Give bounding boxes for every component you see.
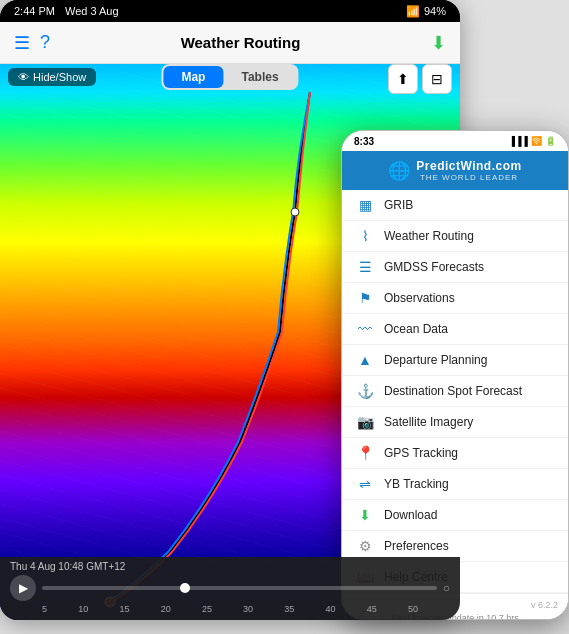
gmdss-label: GMDSS Forecasts — [384, 260, 484, 274]
download-header-icon[interactable]: ⬇ — [431, 32, 446, 54]
menu-item-destination[interactable]: ⚓ Destination Spot Forecast — [342, 376, 568, 407]
header-left-icons: ☰ ? — [14, 32, 50, 54]
battery-phone-icon: 🔋 — [545, 136, 556, 146]
progress-thumb[interactable] — [180, 583, 190, 593]
download-label: Download — [384, 508, 437, 522]
phone-brand: 🌐 PredictWind.com THE WORLD LEADER — [342, 151, 568, 190]
menu-item-grib[interactable]: ▦ GRIB — [342, 190, 568, 221]
menu-item-yb[interactable]: ⇌ YB Tracking — [342, 469, 568, 500]
yb-icon: ⇌ — [356, 476, 374, 492]
phone-status-right: ▐▐▐ 🛜 🔋 — [509, 136, 556, 146]
signal-icon: ▐▐▐ — [509, 136, 528, 146]
gmdss-icon: ☰ — [356, 259, 374, 275]
progress-track[interactable] — [42, 586, 437, 590]
weather-routing-icon: ⌇ — [356, 228, 374, 244]
playback-bar: Thu 4 Aug 10:48 GMT+12 ▶ ○ 5 10 15 20 25… — [0, 557, 460, 620]
departure-icon: ▲ — [356, 352, 374, 368]
wifi-phone-icon: 🛜 — [531, 136, 542, 146]
battery-text: 94% — [424, 5, 446, 17]
phone-statusbar: 8:33 ▐▐▐ 🛜 🔋 — [342, 131, 568, 151]
menu-icon[interactable]: ☰ — [14, 32, 30, 54]
menu-item-weather-routing[interactable]: ⌇ Weather Routing — [342, 221, 568, 252]
yb-label: YB Tracking — [384, 477, 449, 491]
tablet-time: 2:44 PM — [14, 5, 55, 17]
menu-item-satellite[interactable]: 📷 Satellite Imagery — [342, 407, 568, 438]
hide-show-button[interactable]: 👁 Hide/Show — [8, 68, 96, 86]
eye-icon: 👁 — [18, 71, 29, 83]
playback-controls: ▶ ○ — [10, 575, 450, 601]
time-scale: 5 10 15 20 25 30 35 40 45 50 — [10, 604, 450, 614]
tablet-date: Wed 3 Aug — [65, 5, 119, 17]
help-icon[interactable]: ? — [40, 32, 50, 54]
observations-label: Observations — [384, 291, 455, 305]
page-title: Weather Routing — [181, 34, 301, 51]
menu-item-gmdss[interactable]: ☰ GMDSS Forecasts — [342, 252, 568, 283]
satellite-icon: 📷 — [356, 414, 374, 430]
wifi-icon: 📶 — [406, 5, 420, 18]
tables-tab[interactable]: Tables — [223, 66, 296, 88]
tablet-statusbar: 2:44 PM Wed 3 Aug 📶 94% — [0, 0, 460, 22]
loop-icon: ○ — [443, 581, 450, 595]
share-button[interactable]: ⬆ — [388, 64, 418, 94]
observations-icon: ⚑ — [356, 290, 374, 306]
svg-point-0 — [291, 208, 299, 216]
ocean-data-icon: 〰 — [356, 321, 374, 337]
grib-icon: ▦ — [356, 197, 374, 213]
tablet-header: ☰ ? Weather Routing ⬇ — [0, 22, 460, 64]
statusbar-left: 2:44 PM Wed 3 Aug — [14, 5, 119, 17]
brand-name: PredictWind.com — [416, 159, 521, 173]
play-button[interactable]: ▶ — [10, 575, 36, 601]
departure-label: Departure Planning — [384, 353, 487, 367]
brand-globe-icon: 🌐 — [388, 160, 410, 182]
weather-routing-label: Weather Routing — [384, 229, 474, 243]
phone-menu: ▦ GRIB ⌇ Weather Routing ☰ GMDSS Forecas… — [342, 190, 568, 593]
map-tab[interactable]: Map — [163, 66, 223, 88]
statusbar-right: 📶 94% — [406, 5, 446, 18]
menu-item-departure[interactable]: ▲ Departure Planning — [342, 345, 568, 376]
destination-label: Destination Spot Forecast — [384, 384, 522, 398]
brand-tagline: THE WORLD LEADER — [416, 173, 521, 182]
phone-time: 8:33 — [354, 136, 374, 147]
map-actions: ⬆ ⊟ — [388, 64, 452, 94]
layers-button[interactable]: ⊟ — [422, 64, 452, 94]
ocean-data-label: Ocean Data — [384, 322, 448, 336]
phone: 8:33 ▐▐▐ 🛜 🔋 🌐 PredictWind.com THE WORLD… — [341, 130, 569, 620]
menu-item-gps[interactable]: 📍 GPS Tracking — [342, 438, 568, 469]
header-right-icons: ⬇ — [431, 32, 446, 54]
gps-icon: 📍 — [356, 445, 374, 461]
preferences-icon: ⚙ — [356, 538, 374, 554]
grib-label: GRIB — [384, 198, 413, 212]
destination-icon: ⚓ — [356, 383, 374, 399]
satellite-label: Satellite Imagery — [384, 415, 473, 429]
download-menu-icon: ⬇ — [356, 507, 374, 523]
map-tables-tabs: Map Tables — [161, 64, 298, 90]
menu-item-download[interactable]: ⬇ Download — [342, 500, 568, 531]
brand-text: PredictWind.com THE WORLD LEADER — [416, 159, 521, 182]
menu-item-ocean-data[interactable]: 〰 Ocean Data — [342, 314, 568, 345]
menu-item-observations[interactable]: ⚑ Observations — [342, 283, 568, 314]
hide-show-label: Hide/Show — [33, 71, 86, 83]
gps-label: GPS Tracking — [384, 446, 458, 460]
preferences-label: Preferences — [384, 539, 449, 553]
playback-date: Thu 4 Aug 10:48 GMT+12 — [10, 561, 450, 572]
